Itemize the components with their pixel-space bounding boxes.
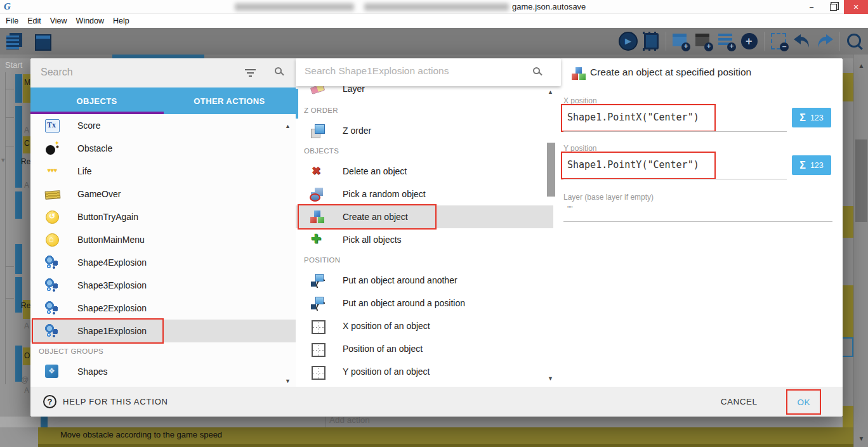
list-item[interactable]: Create an object [296, 205, 553, 228]
redo-icon[interactable] [814, 30, 836, 52]
play-icon[interactable] [617, 30, 639, 52]
list-item[interactable]: Delete an object [296, 160, 553, 183]
y-position-input[interactable]: Shape1.PointY("Center") [567, 159, 699, 171]
scrollbar-thumb[interactable] [547, 143, 555, 197]
list-item-label: Shape2Explosion [77, 303, 147, 313]
search-icon[interactable] [533, 67, 540, 74]
button-home-icon [44, 232, 60, 247]
action-list: LayerZ ORDERZ orderOBJECTSDelete an obje… [296, 84, 553, 383]
pick-all-icon [310, 232, 325, 247]
menu-help[interactable]: Help [109, 16, 134, 25]
add-new-event-icon[interactable] [739, 30, 760, 52]
list-item[interactable]: Shape3Explosion [30, 274, 296, 297]
restore-icon[interactable] [822, 0, 844, 14]
add-comment-icon[interactable] [716, 30, 737, 52]
project-manager-icon[interactable] [4, 30, 25, 52]
list-item[interactable]: Pick all objects [296, 228, 553, 251]
search-icon[interactable] [275, 67, 282, 74]
list-item[interactable]: ButtonMainMenu [30, 228, 296, 251]
start-page-tab[interactable]: Start [5, 60, 22, 70]
gdevelop-logo-icon [4, 1, 14, 11]
scroll-down-icon[interactable]: ▼ [285, 378, 291, 384]
add-action-link[interactable]: Add action [329, 415, 370, 425]
scroll-up-icon[interactable]: ▲ [548, 89, 553, 95]
menu-window[interactable]: Window [72, 16, 109, 25]
menu-edit[interactable]: Edit [23, 16, 46, 25]
list-item[interactable]: GameOver [30, 183, 296, 205]
event-block-edge [843, 73, 853, 101]
x-expression-builder-button[interactable]: Σ 123 [792, 108, 831, 127]
scroll-up-icon[interactable]: ▲ [854, 62, 868, 69]
clipped-event-text: Re [21, 301, 30, 310]
y-expression-builder-button[interactable]: Σ 123 [792, 155, 831, 175]
add-event-icon[interactable] [670, 30, 692, 52]
ok-button[interactable]: OK [797, 398, 810, 407]
undo-icon[interactable] [791, 30, 813, 52]
menu-view[interactable]: View [46, 16, 72, 25]
list-item[interactable]: Put an object around another [296, 269, 553, 292]
clipped-event-text: M [24, 78, 30, 87]
list-item-label: GameOver [77, 189, 121, 199]
list-item[interactable]: Z order [296, 119, 553, 142]
scroll-up-icon[interactable]: ▲ [285, 123, 291, 129]
toolbar [0, 28, 868, 55]
expression-123-label: 123 [810, 161, 824, 170]
layer-input[interactable]: "" [567, 205, 573, 214]
delete-object-icon [310, 164, 325, 179]
sigma-icon: Σ [799, 160, 806, 171]
scene-editor-icon[interactable] [32, 30, 53, 52]
add-sub-event-icon[interactable] [693, 30, 714, 52]
list-item-label: Shapes [77, 366, 107, 377]
list-item-label: Position of an object [343, 344, 423, 354]
list-item[interactable]: Obstacle [30, 137, 296, 160]
scrollbar-thumb[interactable] [855, 139, 867, 222]
close-icon[interactable] [844, 0, 868, 14]
search-icon[interactable] [844, 30, 865, 52]
app-window: game.json.autosave File Edit View Window… [0, 0, 868, 447]
tab-objects[interactable]: OBJECTS [30, 87, 163, 114]
collapse-caret-icon[interactable]: ▾ [1, 156, 5, 164]
event-color-strip [15, 191, 22, 219]
list-item[interactable]: Score [30, 114, 296, 137]
filter-icon[interactable] [245, 69, 256, 77]
scroll-down-icon[interactable]: ▼ [854, 435, 868, 442]
delete-event-icon[interactable] [768, 30, 790, 52]
list-item-label: Shape1Explosion [77, 326, 147, 336]
focused-field-edge [841, 337, 853, 357]
menu-file[interactable]: File [1, 16, 23, 25]
clipped-event-text: A [24, 321, 29, 330]
toolbar-left-group [4, 30, 53, 52]
add-action-row [0, 417, 868, 427]
event-tree-line [5, 266, 14, 267]
list-item[interactable]: ButtonTryAgain [30, 205, 296, 228]
gameover-icon [44, 186, 60, 202]
debug-icon[interactable] [640, 30, 662, 52]
list-item[interactable]: Pick a random object [296, 183, 553, 205]
question-mark-icon: ? [43, 395, 56, 408]
list-item[interactable]: Shape4Explosion [30, 251, 296, 274]
cancel-button[interactable]: CANCEL [721, 397, 758, 406]
event-tree-line [5, 298, 14, 299]
list-item[interactable]: Life [30, 160, 296, 183]
list-item[interactable]: Shape1Explosion [30, 320, 296, 342]
list-item-label: Life [77, 166, 92, 176]
list-item[interactable]: Position of an object [296, 337, 553, 360]
toolbar-separator [839, 32, 840, 51]
list-item[interactable]: Put an object around a position [296, 292, 553, 314]
list-item[interactable]: Y position of an object [296, 360, 553, 383]
list-item[interactable]: Shape2Explosion [30, 297, 296, 320]
list-item[interactable]: Shapes [30, 360, 296, 383]
x-position-input[interactable]: Shape1.PointX("Center") [567, 112, 699, 123]
object-search-field[interactable]: Search [30, 58, 296, 87]
tab-other-actions[interactable]: OTHER ACTIONS [163, 87, 296, 114]
list-item[interactable]: X position of an object [296, 314, 553, 337]
help-button[interactable]: ? HELP FOR THIS ACTION [43, 395, 168, 408]
list-item[interactable]: Layer [296, 84, 553, 101]
section-header: OBJECTS [296, 142, 553, 160]
list-scroll-indicator [296, 89, 298, 119]
action-search-field[interactable]: Search Shape1Explosion actions [296, 58, 561, 86]
list-item-label: Z order [343, 126, 371, 136]
scroll-down-icon[interactable]: ▼ [548, 375, 553, 382]
page-scrollbar[interactable]: ▲ ▼ [853, 55, 868, 447]
minimize-icon[interactable] [801, 0, 822, 14]
